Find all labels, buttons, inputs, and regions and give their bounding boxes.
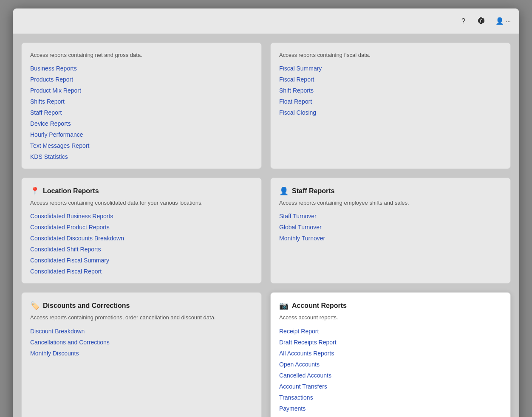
link-cancellations-and-corrections[interactable]: Cancellations and Corrections: [30, 339, 253, 346]
link-monthly-turnover[interactable]: Monthly Turnover: [279, 235, 502, 242]
link-cancelled-accounts[interactable]: Cancelled Accounts: [279, 372, 502, 379]
link-account-transfers[interactable]: Account Transfers: [279, 383, 502, 390]
link-product-mix-report[interactable]: Product Mix Report: [30, 87, 253, 94]
link-discount-breakdown[interactable]: Discount Breakdown: [30, 328, 253, 335]
link-fiscal-summary[interactable]: Fiscal Summary: [279, 65, 502, 72]
link-fiscal-closing[interactable]: Fiscal Closing: [279, 109, 502, 116]
help-button[interactable]: ?: [459, 17, 469, 25]
link-all-accounts-reports[interactable]: All Accounts Reports: [279, 350, 502, 357]
card-links-business-reports: Business ReportsProducts ReportProduct M…: [30, 65, 253, 160]
card-links-location-reports: Consolidated Business ReportsConsolidate…: [30, 213, 253, 275]
link-device-reports[interactable]: Device Reports: [30, 120, 253, 127]
link-products-report[interactable]: Products Report: [30, 76, 253, 83]
topbar: ? 🅐 👤 ···: [13, 8, 519, 34]
card-icon-location-reports: 📍: [30, 186, 40, 196]
link-consolidated-shift-reports[interactable]: Consolidated Shift Reports: [30, 246, 253, 253]
link-shift-reports[interactable]: Shift Reports: [279, 87, 502, 94]
card-business-reports: Access reports containing net and gross …: [21, 42, 262, 169]
content-area: Access reports containing net and gross …: [13, 34, 519, 417]
link-open-accounts[interactable]: Open Accounts: [279, 361, 502, 368]
card-header-location-reports: 📍 Location Reports: [30, 186, 253, 196]
user-dots: ···: [506, 18, 511, 25]
card-icon-staff-reports: 👤: [279, 186, 289, 196]
link-consolidated-fiscal-report[interactable]: Consolidated Fiscal Report: [30, 268, 253, 275]
link-staff-turnover[interactable]: Staff Turnover: [279, 213, 502, 220]
card-desc-discounts-corrections: Access reports containing promotions, or…: [30, 314, 253, 321]
card-title-discounts-corrections: Discounts and Corrections: [43, 302, 130, 310]
link-consolidated-discounts-breakdown[interactable]: Consolidated Discounts Breakdown: [30, 235, 253, 242]
card-location-reports: 📍 Location Reports Access reports contai…: [21, 178, 262, 284]
link-global-turnover[interactable]: Global Turnover: [279, 224, 502, 231]
link-transactions[interactable]: Transactions: [279, 394, 502, 401]
link-kds-statistics[interactable]: KDS Statistics: [30, 153, 253, 160]
card-header-account-reports: 📷 Account Reports: [279, 301, 502, 310]
link-shifts-report[interactable]: Shifts Report: [30, 98, 253, 105]
card-links-discounts-corrections: Discount BreakdownCancellations and Corr…: [30, 328, 253, 357]
user-button[interactable]: 👤 ···: [496, 17, 511, 25]
link-business-reports[interactable]: Business Reports: [30, 65, 253, 72]
card-desc-location-reports: Access reports containing consolidated d…: [30, 199, 253, 207]
card-desc-business-reports: Access reports containing net and gross …: [30, 51, 253, 59]
card-account-reports: 📷 Account Reports Access account reports…: [270, 292, 511, 417]
link-consolidated-product-reports[interactable]: Consolidated Product Reports: [30, 224, 253, 231]
card-header-staff-reports: 👤 Staff Reports: [279, 186, 502, 196]
link-hourly-performance[interactable]: Hourly Performance: [30, 131, 253, 138]
card-links-fiscal-reports: Fiscal SummaryFiscal ReportShift Reports…: [279, 65, 502, 116]
link-text-messages-report[interactable]: Text Messages Report: [30, 142, 253, 149]
card-discounts-corrections: 🏷️ Discounts and Corrections Access repo…: [21, 292, 262, 417]
card-links-staff-reports: Staff TurnoverGlobal TurnoverMonthly Tur…: [279, 213, 502, 242]
card-desc-staff-reports: Access reports containing employee shift…: [279, 199, 502, 207]
link-consolidated-fiscal-summary[interactable]: Consolidated Fiscal Summary: [30, 257, 253, 264]
language-icon: 🅐: [478, 17, 485, 25]
card-title-account-reports: Account Reports: [292, 302, 347, 310]
link-monthly-discounts[interactable]: Monthly Discounts: [30, 350, 253, 357]
card-icon-discounts-corrections: 🏷️: [30, 301, 40, 310]
link-draft-receipts-report[interactable]: Draft Receipts Report: [279, 339, 502, 346]
link-consolidated-business-reports[interactable]: Consolidated Business Reports: [30, 213, 253, 220]
help-icon: ?: [459, 17, 467, 25]
link-receipt-report[interactable]: Receipt Report: [279, 328, 502, 335]
link-staff-report[interactable]: Staff Report: [30, 109, 253, 116]
main-window: ? 🅐 👤 ··· Access reports containing net …: [13, 8, 519, 417]
card-fiscal-reports: Access reports containing fiscal data. F…: [270, 42, 511, 169]
card-header-discounts-corrections: 🏷️ Discounts and Corrections: [30, 301, 253, 310]
link-float-report[interactable]: Float Report: [279, 98, 502, 105]
link-fiscal-report[interactable]: Fiscal Report: [279, 76, 502, 83]
card-title-staff-reports: Staff Reports: [292, 187, 334, 195]
card-desc-account-reports: Access account reports.: [279, 314, 502, 321]
card-icon-account-reports: 📷: [279, 301, 289, 310]
card-title-location-reports: Location Reports: [43, 187, 99, 195]
user-icon: 👤: [496, 17, 504, 25]
card-links-account-reports: Receipt ReportDraft Receipts ReportAll A…: [279, 328, 502, 417]
card-desc-fiscal-reports: Access reports containing fiscal data.: [279, 51, 502, 59]
language-button[interactable]: 🅐: [478, 17, 487, 25]
link-payments[interactable]: Payments: [279, 405, 502, 412]
card-staff-reports: 👤 Staff Reports Access reports containin…: [270, 178, 511, 284]
